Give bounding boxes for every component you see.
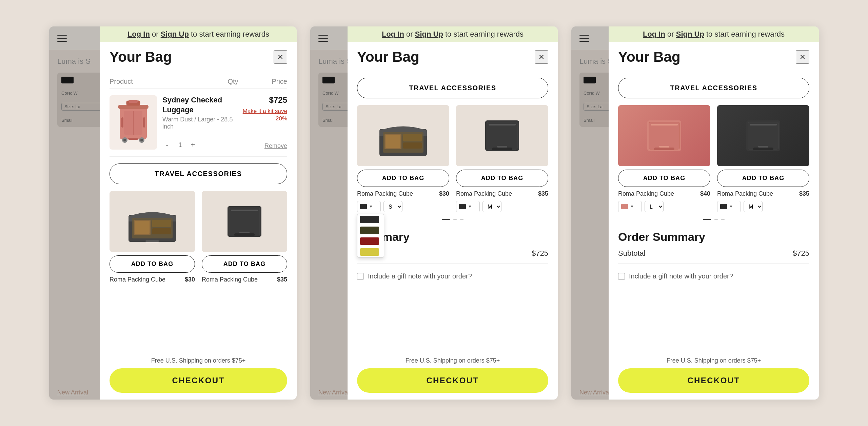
color-option-yellow[interactable]: [357, 247, 384, 257]
svg-rect-44: [748, 122, 778, 149]
svg-rect-46: [753, 148, 773, 150]
gift-note-row-2: Include a gift note with your order?: [357, 269, 548, 284]
travel-accessories-btn-3[interactable]: TRAVEL ACCESSORIES: [618, 78, 809, 98]
remove-link-1[interactable]: Remove: [264, 142, 287, 150]
svg-rect-20: [145, 240, 159, 242]
gift-checkbox-2[interactable]: [357, 273, 364, 280]
open-cube-svg: [125, 198, 179, 245]
add-to-bag-p3-1[interactable]: ADD TO BAG: [618, 170, 710, 187]
svg-rect-12: [128, 138, 138, 140]
size-select-p2-1[interactable]: S M L: [383, 201, 402, 212]
dot-nav-3: [618, 219, 809, 220]
checkout-button-2[interactable]: CHECKOUT: [357, 368, 548, 393]
phone-panel-2: Luma is S Core: W Size: La Small New Arr…: [310, 26, 558, 400]
signup-link-1[interactable]: Sign Up: [161, 30, 189, 38]
accessory-card-p3-2: ADD TO BAG Roma Packing Cube $35 ▼ M S: [717, 105, 809, 212]
svg-rect-41: [654, 148, 674, 150]
close-button-2[interactable]: ×: [535, 50, 548, 64]
svg-rect-24: [231, 210, 258, 211]
login-link-1[interactable]: Log In: [127, 30, 150, 38]
drawer-body-2[interactable]: TRAVEL ACCESSORIES: [348, 72, 558, 353]
travel-accessories-btn-2[interactable]: TRAVEL ACCESSORIES: [357, 78, 548, 98]
cart-item-top: Sydney Checked Luggage Warm Dust / Large…: [162, 95, 287, 130]
add-to-bag-p3-2[interactable]: ADD TO BAG: [717, 170, 809, 187]
size-select-p3-2[interactable]: M S L: [744, 201, 763, 212]
accessory-selects-p3-2: ▼ M S L: [717, 201, 809, 212]
color-option-red[interactable]: [357, 236, 384, 247]
phone-panel-1: Luma is S Core: W Size: La Small New Arr…: [49, 26, 297, 400]
color-swatch-select-2[interactable]: ▼: [456, 201, 480, 212]
dot-p3-2[interactable]: [714, 219, 718, 220]
size-select-p3-1[interactable]: L S M: [645, 201, 664, 212]
color-swatch-yellow: [360, 248, 379, 256]
accessory-image-p2-1: [357, 105, 449, 166]
cart-item-name: Sydney Checked Luggage: [162, 95, 239, 115]
accessory-name-2: Roma Packing Cube: [202, 276, 258, 283]
svg-rect-47: [758, 146, 768, 148]
dot-3[interactable]: [460, 219, 463, 220]
qty-decrease-1[interactable]: -: [162, 140, 172, 150]
kit-save-link[interactable]: Make it a kit save 20%: [239, 108, 287, 122]
gift-checkbox-3[interactable]: [618, 273, 625, 280]
travel-accessories-btn-1[interactable]: TRAVEL ACCESSORIES: [110, 163, 287, 184]
close-button-1[interactable]: ×: [274, 50, 287, 64]
subtotal-value-2: $725: [532, 249, 548, 258]
svg-rect-35: [489, 124, 516, 125]
signup-link-3[interactable]: Sign Up: [676, 30, 704, 38]
accessory-name-p3-2: Roma Packing Cube: [717, 190, 773, 197]
svg-rect-40: [651, 124, 678, 125]
svg-point-9: [123, 139, 126, 141]
col-product: Product: [110, 78, 213, 85]
login-link-2[interactable]: Log In: [382, 30, 404, 38]
gift-note-row-3: Include a gift note with your order?: [618, 269, 809, 284]
accessory-image-p3-2: [717, 105, 809, 166]
size-select-p2-2[interactable]: M S L: [482, 201, 501, 212]
login-link-3[interactable]: Log In: [643, 30, 665, 38]
accessory-name-price-p3-2: Roma Packing Cube $35: [717, 190, 809, 197]
color-swatch-select[interactable]: ▼: [357, 201, 381, 212]
color-dropdown[interactable]: [357, 214, 384, 258]
checkout-button-3[interactable]: CHECKOUT: [618, 368, 809, 393]
open-cube-svg-2: [376, 112, 430, 159]
accessory-price-p3-1: $40: [700, 190, 710, 197]
drawer-body-1[interactable]: Product Qty Price: [100, 72, 297, 353]
accessory-price-2: $35: [277, 276, 287, 283]
phone-panel-3: Luma is S Core: W Size: La Small New Arr…: [571, 26, 819, 400]
add-to-bag-p2-2[interactable]: ADD TO BAG: [456, 170, 548, 187]
svg-rect-32: [403, 142, 422, 149]
dot-p3-3[interactable]: [721, 219, 725, 220]
signup-link-2[interactable]: Sign Up: [415, 30, 443, 38]
accessory-name-1: Roma Packing Cube: [110, 276, 165, 283]
accessories-grid-2: ADD TO BAG Roma Packing Cube $30 ▼: [357, 105, 548, 212]
chevron-icon-2: ▼: [468, 204, 472, 209]
cart-item-details-1: Sydney Checked Luggage Warm Dust / Large…: [162, 95, 287, 150]
dot-2[interactable]: [453, 219, 457, 220]
color-option-dark[interactable]: [357, 214, 384, 225]
color-option-olive[interactable]: [357, 225, 384, 236]
dot-p3-1[interactable]: [703, 219, 711, 220]
add-to-bag-p2-1[interactable]: ADD TO BAG: [357, 170, 449, 187]
close-button-3[interactable]: ×: [796, 50, 809, 64]
accessory-name-price-2: Roma Packing Cube $35: [202, 276, 287, 283]
svg-rect-23: [229, 208, 260, 235]
svg-rect-17: [135, 221, 150, 234]
subtotal-row-3: Subtotal $725: [618, 249, 809, 258]
drawer-body-3[interactable]: TRAVEL ACCESSORIES ADD TO BAG: [609, 72, 819, 353]
dot-1[interactable]: [442, 219, 450, 220]
cart-item-variant: Warm Dust / Larger - 28.5 inch: [162, 116, 239, 130]
svg-rect-34: [487, 122, 517, 149]
cart-item-info: Sydney Checked Luggage Warm Dust / Large…: [162, 95, 239, 130]
accessory-name-price-p2-2: Roma Packing Cube $35: [456, 190, 548, 197]
color-dot-p3-2: [720, 204, 727, 209]
color-swatch-select-p3-1[interactable]: ▼: [618, 201, 642, 212]
checkout-button-1[interactable]: CHECKOUT: [110, 368, 287, 393]
drawer-title-3: Your Bag: [618, 49, 680, 65]
add-to-bag-2[interactable]: ADD TO BAG: [202, 255, 287, 273]
qty-increase-1[interactable]: +: [188, 140, 198, 150]
svg-rect-42: [659, 146, 669, 148]
color-swatch-red: [360, 237, 379, 245]
color-swatch-select-p3-2[interactable]: ▼: [717, 201, 741, 212]
accessory-name-price-p2-1: Roma Packing Cube $30: [357, 190, 449, 197]
add-to-bag-1[interactable]: ADD TO BAG: [110, 255, 195, 273]
gift-note-label-2: Include a gift note with your order?: [368, 272, 472, 280]
